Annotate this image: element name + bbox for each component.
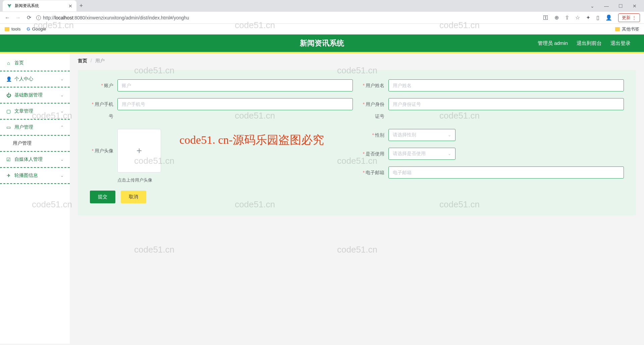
- chevron-down-icon: ⌄: [448, 133, 451, 137]
- sidebar-item-home[interactable]: ⌂ 首页: [0, 55, 70, 71]
- sidebar-item-label: 基础数据管理: [14, 92, 43, 98]
- username-label: 用户姓名: [366, 83, 384, 88]
- panel-icon[interactable]: ▯: [596, 14, 599, 21]
- home-icon: ⌂: [6, 60, 11, 66]
- sidebar-item-label: 文章管理: [14, 108, 33, 114]
- to-front-link[interactable]: 退出到前台: [577, 40, 602, 47]
- bookmark-tools[interactable]: tools: [5, 26, 20, 31]
- sidebar-item-media[interactable]: ☑ 自媒体人管理 ⌄: [0, 152, 70, 168]
- profile-icon[interactable]: 👤: [605, 14, 612, 21]
- key-icon[interactable]: ⚿: [543, 15, 548, 21]
- form-panel: *账户 *用户姓名 *用户手机号 *用户身份证号: [78, 70, 636, 215]
- close-tab-icon[interactable]: ✕: [68, 3, 72, 9]
- check-icon: ☑: [6, 157, 11, 162]
- content: 首页 / 用户 *账户 *用户姓名 *用户手机号: [70, 53, 644, 344]
- card-icon: ▭: [6, 125, 11, 130]
- update-button[interactable]: 更新 ⋮: [618, 13, 640, 22]
- url-text: http://localhost:8080/xinwenzixunxitong/…: [43, 15, 189, 20]
- idcard-label: 用户身份证号: [366, 101, 384, 119]
- enabled-label: 是否使用: [366, 151, 384, 156]
- upload-hint: 点击上传用户头像: [117, 177, 353, 183]
- sidebar-subitem-usermgmt[interactable]: 用户管理: [0, 136, 70, 152]
- phone-input[interactable]: [117, 98, 353, 110]
- send-icon: ✈: [6, 173, 11, 178]
- chevron-up-icon: ⌃: [60, 125, 64, 130]
- chevron-down-icon: ⌄: [448, 151, 451, 156]
- chevron-down-icon: ⌄: [60, 173, 64, 178]
- email-label: 电子邮箱: [366, 170, 384, 175]
- avatar-label: 用户头像: [95, 148, 113, 153]
- username-input[interactable]: [388, 79, 624, 91]
- back-button[interactable]: ←: [4, 15, 11, 21]
- new-tab-button[interactable]: +: [76, 2, 86, 9]
- document-icon: ▢: [6, 109, 11, 114]
- sidebar-item-label: 用户管理: [14, 124, 33, 130]
- account-label: 账户: [104, 83, 113, 88]
- sidebar-item-label: 个人中心: [14, 76, 33, 82]
- nav-bar: ← → ⟳ i http://localhost:8080/xinwenzixu…: [0, 12, 644, 24]
- close-window-icon[interactable]: ✕: [631, 3, 639, 9]
- browser-tabs: 新闻资讯系统 ✕ + ⌄ — ☐ ✕: [0, 0, 644, 12]
- star-icon[interactable]: ☆: [575, 14, 580, 21]
- account-input[interactable]: [117, 79, 353, 91]
- site-info-icon[interactable]: i: [36, 15, 41, 20]
- sidebar-item-article[interactable]: ▢ 文章管理 ⌄: [0, 104, 70, 120]
- bookmarks-bar: tools GGoogle 其他书签: [0, 24, 644, 34]
- chevron-down-icon: ⌄: [60, 109, 64, 114]
- gender-select[interactable]: 请选择性别⌄: [388, 129, 455, 141]
- app-header: 新闻资讯系统 管理员 admin 退出到前台 退出登录: [0, 34, 644, 53]
- dropdown-icon[interactable]: ⌄: [588, 3, 596, 9]
- breadcrumb-home[interactable]: 首页: [78, 58, 87, 63]
- sidebar-item-label: 轮播图信息: [14, 172, 38, 179]
- vue-favicon: [7, 3, 12, 9]
- sidebar: ⌂ 首页 👤 个人中心 ⌄ ⏻ 基础数据管理 ⌄ ▢ 文章管理 ⌄ ▭ 用户管理…: [0, 53, 70, 344]
- sidebar-item-label: 自媒体人管理: [14, 156, 43, 162]
- forward-button[interactable]: →: [15, 15, 21, 21]
- breadcrumb: 首页 / 用户: [78, 58, 636, 64]
- submit-button[interactable]: 提交: [90, 191, 115, 203]
- maximize-icon[interactable]: ☐: [616, 3, 625, 9]
- email-input[interactable]: [388, 166, 624, 179]
- cancel-button[interactable]: 取消: [121, 191, 146, 203]
- admin-label[interactable]: 管理员 admin: [538, 40, 568, 47]
- zoom-icon[interactable]: ⊕: [554, 14, 559, 21]
- window-controls: ⌄ — ☐ ✕: [588, 3, 644, 9]
- user-icon: 👤: [6, 76, 11, 82]
- address-bar[interactable]: i http://localhost:8080/xinwenzixunxiton…: [36, 15, 539, 20]
- power-icon: ⏻: [6, 92, 11, 98]
- phone-label: 用户手机号: [95, 101, 113, 119]
- idcard-input[interactable]: [388, 98, 624, 110]
- sidebar-item-usermgmt[interactable]: ▭ 用户管理 ⌃: [0, 120, 70, 136]
- share-icon[interactable]: ⇪: [565, 14, 569, 21]
- sidebar-item-basedata[interactable]: ⏻ 基础数据管理 ⌄: [0, 87, 70, 104]
- chevron-down-icon: ⌄: [60, 157, 64, 162]
- sidebar-item-carousel[interactable]: ✈ 轮播图信息 ⌄: [0, 168, 70, 184]
- sidebar-item-profile[interactable]: 👤 个人中心 ⌄: [0, 71, 70, 87]
- minimize-icon[interactable]: —: [602, 3, 610, 9]
- chevron-down-icon: ⌄: [60, 93, 64, 97]
- extensions-icon[interactable]: ✦: [586, 14, 590, 21]
- logout-link[interactable]: 退出登录: [610, 40, 631, 47]
- bookmark-other[interactable]: 其他书签: [615, 26, 639, 32]
- tab-title: 新闻资讯系统: [15, 3, 39, 9]
- breadcrumb-current: 用户: [95, 58, 105, 63]
- bookmark-google[interactable]: GGoogle: [26, 26, 46, 31]
- sidebar-item-label: 用户管理: [13, 140, 32, 146]
- avatar-upload[interactable]: +: [117, 129, 161, 172]
- reload-button[interactable]: ⟳: [25, 14, 32, 21]
- browser-tab-active[interactable]: 新闻资讯系统 ✕: [3, 0, 76, 11]
- enabled-select[interactable]: 请选择是否使用⌄: [388, 148, 455, 160]
- sidebar-item-label: 首页: [14, 60, 24, 66]
- gender-label: 性别: [375, 132, 384, 138]
- app-title: 新闻资讯系统: [300, 38, 344, 48]
- chevron-down-icon: ⌄: [60, 77, 64, 81]
